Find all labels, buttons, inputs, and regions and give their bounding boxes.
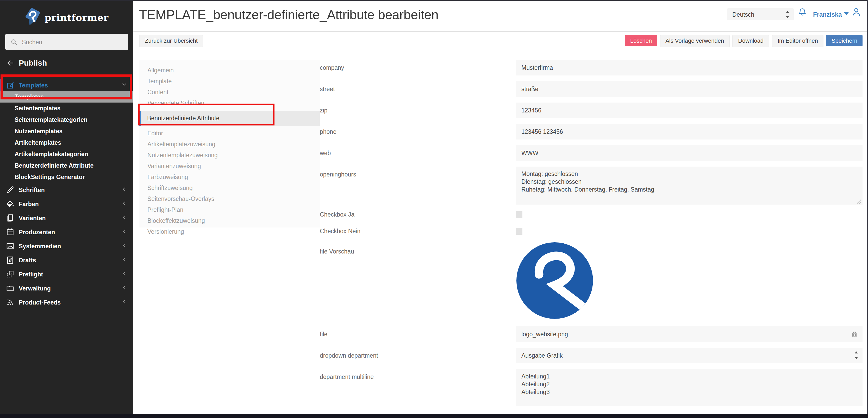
search-placeholder: Suchen (22, 39, 42, 45)
subnav-item-content[interactable]: Content (139, 87, 320, 98)
sidebar-group-drafts[interactable]: Drafts (0, 253, 133, 267)
sidebar-group-varianten[interactable]: Varianten (0, 211, 133, 225)
chevron-left-icon[interactable] (121, 242, 128, 249)
field-input-zip[interactable]: 123456 (516, 102, 863, 118)
sidebar-item-seitentemplatekategorien[interactable]: Seitentemplatekategorien (0, 114, 133, 125)
subnav-item-benutzerdefinierte-attribute[interactable]: Benutzerdefinierte Attribute (139, 111, 320, 126)
field-label-dropdown-department: dropdown department (320, 348, 516, 363)
sidebar-group-label: Drafts (19, 257, 36, 263)
field-textarea-openinghours[interactable]: Montag: geschlossen Dienstag: geschlosse… (516, 167, 863, 204)
chevron-left-icon[interactable] (121, 228, 128, 235)
user-name[interactable]: Franziska (813, 11, 842, 18)
subnav-item-preflight-plan[interactable]: Preflight-Plan (139, 204, 320, 216)
notifications-bell-icon[interactable] (798, 7, 807, 18)
field-row-openinghours: openinghoursMontag: geschlossen Dienstag… (320, 167, 863, 204)
sidebar-group-schriften[interactable]: Schriften (0, 183, 133, 197)
subnav-item-allgemein[interactable]: Allgemein (139, 65, 320, 76)
field-label-street: street (320, 81, 516, 97)
im-editor-ffnen-button[interactable]: Im Editor öffnen (772, 35, 824, 47)
chevron-left-icon[interactable] (121, 284, 128, 291)
user-menu-caret-icon[interactable] (844, 12, 849, 15)
subnav-item-blockeffektzuweisung[interactable]: Blockeffektzuweisung (139, 216, 320, 226)
l-schen-button[interactable]: Löschen (625, 35, 657, 46)
pages-icon (6, 214, 14, 222)
subnav-item-schriftzuweisung[interactable]: Schriftzuweisung (139, 183, 320, 194)
resize-handle-icon[interactable] (856, 198, 862, 203)
publish-label: Publish (19, 58, 47, 67)
sidebar-group-produzenten[interactable]: Produzenten (0, 225, 133, 239)
chevron-left-icon[interactable] (121, 214, 128, 221)
window-bottom-bar[interactable] (0, 414, 868, 418)
sidebar-group-label: Farben (19, 201, 39, 207)
subnav-item-template[interactable]: Template (139, 76, 320, 87)
subnav-item-artikeltemplatezuweisung[interactable]: Artikeltemplatezuweisung (139, 139, 320, 150)
pencil-square-icon (6, 81, 14, 89)
field-value-street: straße (516, 81, 863, 97)
field-input-phone[interactable]: 123456 123456 (516, 124, 863, 139)
field-textarea-department-multiline[interactable]: Abteilung1 Abteilung2 Abteilung3 (516, 369, 863, 406)
field-value-company: Musterfirma (516, 60, 863, 75)
chevron-left-icon[interactable] (121, 186, 128, 193)
language-select[interactable]: Deutsch (727, 8, 794, 20)
field-label-checkbox-ja: Checkbox Ja (320, 210, 516, 223)
user-avatar-icon[interactable] (851, 7, 862, 18)
sidebar-group-systemmedien[interactable]: Systemmedien (0, 239, 133, 253)
sidebar-group-label: Schriften (19, 187, 45, 193)
field-value-dropdown-department: Ausgabe Grafik (516, 348, 863, 363)
field-input-web[interactable]: WWW (516, 145, 863, 161)
printformer-admin-window: printformer Suchen Publish TemplatesTemp… (0, 0, 868, 418)
speichern-button[interactable]: Speichern (826, 35, 863, 46)
field-row-street: streetstraße (320, 81, 863, 97)
chevron-left-icon[interactable] (121, 256, 128, 263)
sidebar-group-label: Systemmedien (19, 243, 61, 249)
sidebar: printformer Suchen Publish TemplatesTemp… (0, 0, 133, 418)
subnav-item-nutzentemplatezuweisung[interactable]: Nutzentemplatezuweisung (139, 150, 320, 161)
field-file-file[interactable]: logo_website.png (516, 326, 863, 342)
back-to-overview-button[interactable]: Zurück zur Übersicht (139, 35, 204, 47)
sidebar-group-preflight[interactable]: Preflight (0, 267, 133, 281)
sidebar-group-verwaltung[interactable]: Verwaltung (0, 281, 133, 295)
subnav-item-farbzuweisung[interactable]: Farbzuweisung (139, 172, 320, 183)
sidebar-item-templates[interactable]: Templates (0, 91, 133, 102)
sidebar-item-benutzerdefinierte-attribute[interactable]: Benutzerdefinierte Attribute (0, 160, 133, 171)
subnav-item-seitenvorschau-overlays[interactable]: Seitenvorschau-Overlays (139, 194, 320, 204)
calendar-icon (6, 227, 14, 236)
sidebar-group-farben[interactable]: Farben (0, 197, 133, 211)
sidebar-group-label: Preflight (19, 271, 43, 277)
subnav-item-verwendete-schriften[interactable]: Verwendete Schriften (139, 98, 320, 109)
sidebar-item-artikeltemplatekategorien[interactable]: Artikeltemplatekategorien (0, 148, 133, 160)
sidebar-item-seitentemplates[interactable]: Seitentemplates (0, 102, 133, 114)
field-input-company[interactable]: Musterfirma (516, 60, 863, 75)
field-value-department-multiline: Abteilung1 Abteilung2 Abteilung3 (516, 369, 863, 406)
app-logo[interactable]: printformer (0, 0, 133, 29)
download-button[interactable]: Download (732, 35, 769, 47)
folder-icon (6, 284, 14, 293)
sidebar-group-label: Produzenten (19, 229, 55, 235)
toolbar-actions: LöschenAls Vorlage verwendenDownloadIm E… (625, 35, 863, 47)
field-checkbox-checkbox-nein[interactable] (516, 228, 522, 235)
als-vorlage-verwenden-button[interactable]: Als Vorlage verwenden (660, 35, 730, 47)
app-logo-text: printformer (44, 12, 108, 23)
subnav-item-editor[interactable]: Editor (139, 128, 320, 139)
select-stepper-icon (854, 351, 858, 360)
trash-icon[interactable] (850, 330, 858, 339)
subnav-item-variantenzuweisung[interactable]: Variantenzuweisung (139, 161, 320, 172)
sidebar-group-templates[interactable]: Templates (0, 79, 133, 91)
sidebar-back-publish[interactable]: Publish (6, 58, 127, 67)
sidebar-group-product-feeds[interactable]: Product-Feeds (0, 295, 133, 309)
field-row-checkbox-ja: Checkbox Ja (320, 210, 863, 223)
field-checkbox-checkbox-ja[interactable] (516, 211, 522, 218)
sidebar-item-blocksettings-generator[interactable]: BlockSettings Generator (0, 171, 133, 183)
sidebar-group-label: Verwaltung (19, 285, 51, 291)
sidebar-search-input[interactable]: Suchen (5, 34, 128, 50)
sidebar-item-nutzentemplates[interactable]: Nutzentemplates (0, 125, 133, 137)
chevron-down-icon[interactable] (121, 81, 128, 88)
field-input-street[interactable]: straße (516, 81, 863, 97)
field-select-dropdown-department[interactable]: Ausgabe Grafik (516, 348, 863, 363)
chevron-left-icon[interactable] (121, 270, 128, 277)
chevron-left-icon[interactable] (121, 298, 128, 305)
sidebar-item-artikeltemplates[interactable]: Artikeltemplates (0, 137, 133, 148)
chevron-left-icon[interactable] (121, 200, 128, 207)
field-row-file: filelogo_website.png (320, 326, 863, 342)
subnav-item-versionierung[interactable]: Versionierung (139, 226, 320, 237)
